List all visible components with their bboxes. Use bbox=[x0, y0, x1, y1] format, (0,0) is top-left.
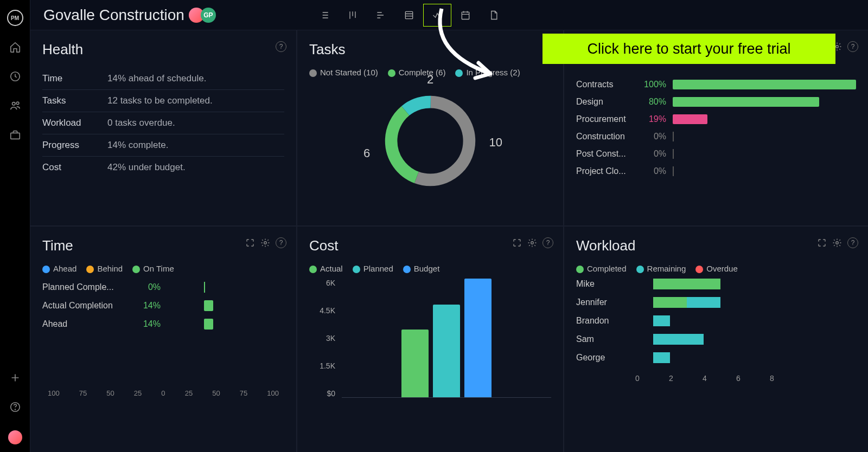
svg-rect-3 bbox=[10, 133, 20, 139]
health-row: Tasks 12 tasks to be completed. bbox=[42, 90, 284, 112]
row-value: 14% bbox=[140, 301, 161, 311]
row-value: 0% bbox=[642, 149, 666, 159]
help-icon[interactable]: ? bbox=[276, 237, 286, 248]
view-board-icon[interactable] bbox=[339, 4, 367, 27]
progress-bar bbox=[673, 97, 856, 107]
health-row: Time 14% ahead of schedule. bbox=[42, 68, 284, 90]
health-row: Progress 14% complete. bbox=[42, 134, 284, 157]
nav-clock-icon[interactable] bbox=[9, 70, 21, 85]
row-label: Actual Completion bbox=[42, 301, 135, 311]
expand-icon[interactable] bbox=[245, 238, 255, 248]
view-tabs bbox=[310, 4, 508, 27]
gear-icon[interactable] bbox=[260, 238, 270, 248]
view-gantt-icon[interactable] bbox=[367, 4, 395, 27]
svg-point-2 bbox=[16, 102, 19, 105]
health-value: 42% under budget. bbox=[107, 162, 186, 173]
health-label: Time bbox=[42, 73, 107, 84]
health-label: Workload bbox=[42, 118, 107, 128]
donut-label-inprogress: 2 bbox=[427, 73, 433, 87]
help-icon[interactable]: ? bbox=[276, 41, 286, 52]
panel-title: Health bbox=[42, 41, 284, 58]
expand-icon[interactable] bbox=[817, 238, 827, 248]
free-trial-cta[interactable]: Click here to start your free trial bbox=[542, 34, 835, 64]
chart-axis: 1007550250255075100 bbox=[42, 389, 284, 397]
row-value: 0% bbox=[140, 282, 161, 292]
time-row: Actual Completion 14% bbox=[42, 300, 284, 311]
progress-row: Post Const... 0% bbox=[576, 149, 856, 159]
tasks-donut-chart: 2 6 10 bbox=[309, 81, 551, 201]
health-label: Tasks bbox=[42, 95, 107, 106]
expand-icon[interactable] bbox=[512, 238, 522, 248]
workload-row: George bbox=[576, 352, 856, 363]
nav-add-icon[interactable] bbox=[9, 372, 21, 386]
workload-row: Jennifer bbox=[576, 297, 856, 308]
workload-bar bbox=[653, 279, 720, 289]
workload-row: Sam bbox=[576, 334, 856, 345]
help-icon[interactable]: ? bbox=[847, 41, 858, 52]
workload-bar bbox=[653, 315, 670, 326]
health-label: Cost bbox=[42, 162, 107, 173]
view-list-icon[interactable] bbox=[310, 4, 339, 27]
donut-label-notstarted: 10 bbox=[489, 135, 502, 150]
workload-row: Brandon bbox=[576, 315, 856, 326]
panel-title: Tasks bbox=[309, 41, 551, 58]
health-value: 14% complete. bbox=[107, 140, 168, 151]
legend-item: Planned bbox=[353, 264, 393, 273]
nav-briefcase-icon[interactable] bbox=[9, 129, 21, 143]
cost-bar-chart: 6K4.5K3K1.5K$0 bbox=[309, 279, 551, 409]
progress-bar bbox=[673, 149, 856, 159]
progress-row: Design 80% bbox=[576, 97, 856, 107]
health-value: 14% ahead of schedule. bbox=[107, 73, 206, 84]
legend-item: Behind bbox=[86, 264, 123, 273]
nav-team-icon[interactable] bbox=[9, 100, 21, 114]
view-calendar-icon[interactable] bbox=[451, 4, 480, 27]
legend: AheadBehindOn Time bbox=[42, 264, 284, 273]
row-label: Jennifer bbox=[576, 298, 614, 307]
progress-bar bbox=[673, 114, 856, 124]
panel-title: Workload bbox=[576, 237, 856, 254]
legend-item: Remaining bbox=[636, 264, 686, 273]
app-logo[interactable]: PM bbox=[7, 10, 23, 26]
workload-bar bbox=[653, 352, 670, 363]
legend-item: On Time bbox=[132, 264, 174, 273]
row-label: Procurement bbox=[576, 114, 636, 124]
row-value: 100% bbox=[642, 80, 666, 89]
gear-icon[interactable] bbox=[832, 238, 842, 248]
view-dashboard-icon[interactable] bbox=[423, 4, 451, 27]
view-sheet-icon[interactable] bbox=[395, 4, 423, 27]
row-label: Design bbox=[576, 97, 636, 107]
gear-icon[interactable] bbox=[527, 238, 537, 248]
progress-bar bbox=[673, 80, 856, 89]
row-label: Ahead bbox=[42, 319, 135, 329]
legend-item: Completed bbox=[576, 264, 627, 273]
row-value: 80% bbox=[642, 97, 666, 107]
legend: CompletedRemainingOverdue bbox=[576, 264, 856, 273]
row-label: Project Clo... bbox=[576, 166, 636, 176]
user-avatar[interactable] bbox=[8, 430, 22, 444]
legend-item: Overdue bbox=[695, 264, 738, 273]
row-value: 14% bbox=[140, 319, 161, 329]
progress-row: Contracts 100% bbox=[576, 80, 856, 89]
svg-point-5 bbox=[15, 409, 15, 410]
panel-workload: ? Workload CompletedRemainingOverdue Mik… bbox=[564, 227, 868, 452]
member-avatars[interactable]: GP bbox=[192, 8, 216, 23]
progress-bar bbox=[673, 166, 856, 176]
row-label: Brandon bbox=[576, 316, 614, 326]
workload-row: Mike bbox=[576, 279, 856, 289]
health-label: Progress bbox=[42, 140, 107, 151]
row-label: Mike bbox=[576, 279, 614, 289]
row-label: Planned Comple... bbox=[42, 282, 135, 292]
row-label: Sam bbox=[576, 334, 614, 344]
workload-bar bbox=[653, 297, 720, 308]
health-row: Cost 42% under budget. bbox=[42, 157, 284, 178]
svg-point-1 bbox=[12, 102, 15, 106]
panel-cost: ? Cost ActualPlannedBudget 6K4.5K3K1.5K$… bbox=[297, 227, 563, 452]
nav-help-icon[interactable] bbox=[9, 401, 21, 415]
nav-home-icon[interactable] bbox=[9, 41, 21, 55]
legend-item: Budget bbox=[403, 264, 440, 273]
health-value: 12 tasks to be completed. bbox=[107, 95, 213, 106]
help-icon[interactable]: ? bbox=[847, 237, 858, 248]
view-file-icon[interactable] bbox=[480, 4, 508, 27]
help-icon[interactable]: ? bbox=[542, 237, 553, 248]
panel-time: ? Time AheadBehindOn Time Planned Comple… bbox=[30, 227, 296, 452]
